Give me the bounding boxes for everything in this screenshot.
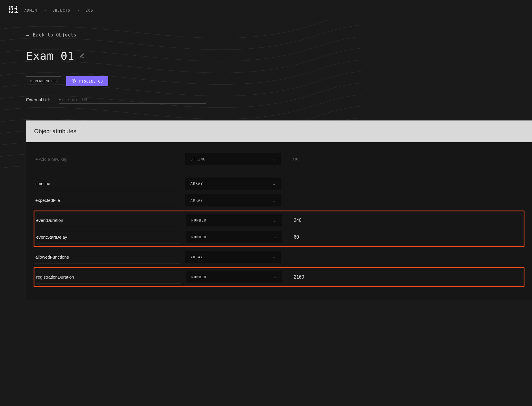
attribute-type-select[interactable]: NUMBER⌄ — [186, 231, 282, 243]
external-url-input[interactable] — [59, 96, 206, 104]
attribute-value-input[interactable] — [294, 235, 320, 240]
attribute-type-select[interactable]: ARRAY⌄ — [185, 194, 281, 206]
breadcrumb-current: 205 — [86, 8, 93, 12]
svg-rect-5 — [9, 9, 10, 10]
svg-rect-17 — [14, 12, 16, 13]
back-link-label: Back to Objects — [33, 32, 76, 38]
svg-rect-14 — [16, 8, 17, 9]
svg-rect-11 — [12, 12, 13, 13]
chevron-down-icon: ⌄ — [273, 182, 276, 186]
attribute-type-select[interactable]: ARRAY⌄ — [185, 178, 281, 190]
svg-point-20 — [73, 80, 74, 81]
chevron-down-icon: ⌄ — [273, 157, 276, 161]
breadcrumb-objects[interactable]: OBJECTS — [52, 8, 70, 12]
section-title: Object attributes — [34, 128, 76, 134]
chevron-down-icon: ⌄ — [274, 235, 276, 239]
svg-rect-3 — [9, 8, 10, 9]
attribute-value-input[interactable] — [294, 218, 320, 223]
attribute-key-input[interactable] — [35, 194, 180, 207]
attribute-row: ARRAY⌄ — [35, 249, 523, 266]
attribute-row: NUMBER⌄ — [36, 229, 522, 246]
attribute-row: ARRAY⌄ — [35, 192, 523, 209]
chevron-down-icon: ⌄ — [274, 218, 276, 222]
svg-rect-7 — [9, 11, 10, 12]
attribute-type-select[interactable]: ARRAY⌄ — [185, 251, 281, 263]
piscine-go-button[interactable]: PISCINE GO — [66, 76, 108, 86]
piscine-go-label: PISCINE GO — [79, 79, 103, 83]
chevron-down-icon: ⌄ — [273, 255, 276, 259]
svg-rect-10 — [11, 12, 12, 13]
type-select-value: STRING — [190, 157, 206, 161]
attribute-type-value: ARRAY — [190, 198, 203, 202]
page-title: Exam 01 — [26, 50, 74, 62]
external-url-label: External Url: — [26, 97, 50, 102]
attribute-row: ARRAY⌄ — [35, 175, 523, 192]
attribute-key-input[interactable] — [36, 270, 181, 284]
arrow-left-icon: ← — [26, 32, 30, 38]
attribute-value-input[interactable] — [294, 275, 320, 280]
chevron-down-icon: ⌄ — [273, 198, 276, 202]
svg-rect-15 — [16, 9, 17, 10]
svg-rect-1 — [11, 6, 12, 8]
breadcrumb-admin[interactable]: ADMIN — [24, 8, 37, 12]
svg-rect-18 — [16, 12, 17, 13]
attribute-row: NUMBER⌄ — [36, 212, 522, 229]
attribute-type-value: ARRAY — [190, 182, 203, 186]
attribute-type-value: NUMBER — [191, 218, 206, 222]
highlight-box: NUMBER⌄ — [34, 267, 524, 287]
svg-rect-16 — [16, 11, 17, 12]
dependencies-button[interactable]: DEPENDENCIES — [26, 76, 61, 86]
attribute-key-input[interactable] — [36, 231, 181, 244]
eye-icon — [71, 78, 76, 84]
attribute-type-value: NUMBER — [191, 275, 206, 279]
attribute-key-input[interactable] — [36, 214, 181, 227]
breadcrumb-separator: > — [77, 8, 79, 12]
section-header: Object attributes — [26, 120, 532, 142]
svg-rect-4 — [12, 8, 13, 9]
attribute-type-select[interactable]: NUMBER⌄ — [186, 271, 282, 283]
svg-rect-0 — [9, 6, 10, 8]
attribute-type-value: ARRAY — [190, 255, 203, 259]
highlight-box: NUMBER⌄NUMBER⌄ — [34, 211, 524, 247]
chevron-down-icon: ⌄ — [274, 275, 276, 279]
breadcrumb-separator: > — [43, 8, 46, 12]
attribute-type-select[interactable]: NUMBER⌄ — [186, 214, 282, 226]
edit-icon[interactable] — [80, 53, 85, 59]
attribute-key-input[interactable] — [35, 250, 180, 264]
new-key-type-select[interactable]: STRING ⌄ — [185, 153, 281, 165]
attribute-key-input[interactable] — [35, 177, 180, 190]
svg-rect-13 — [14, 8, 16, 9]
svg-rect-9 — [9, 12, 10, 13]
attribute-type-value: NUMBER — [191, 235, 206, 239]
attributes-panel: STRING ⌄ ADD ARRAY⌄ARRAY⌄NUMBER⌄NUMBER⌄A… — [26, 142, 532, 300]
svg-rect-8 — [12, 11, 13, 12]
add-button[interactable]: ADD — [291, 154, 302, 165]
back-link[interactable]: ← Back to Objects — [26, 32, 76, 38]
breadcrumb: ADMIN > OBJECTS > 205 — [24, 8, 93, 12]
new-key-input[interactable] — [35, 153, 180, 165]
svg-rect-2 — [12, 6, 13, 8]
logo-icon[interactable] — [9, 5, 19, 15]
svg-rect-12 — [16, 6, 17, 8]
svg-rect-6 — [12, 9, 13, 10]
svg-rect-19 — [17, 12, 18, 13]
attribute-row: NUMBER⌄ — [36, 269, 522, 286]
top-bar: ADMIN > OBJECTS > 205 — [0, 0, 532, 20]
